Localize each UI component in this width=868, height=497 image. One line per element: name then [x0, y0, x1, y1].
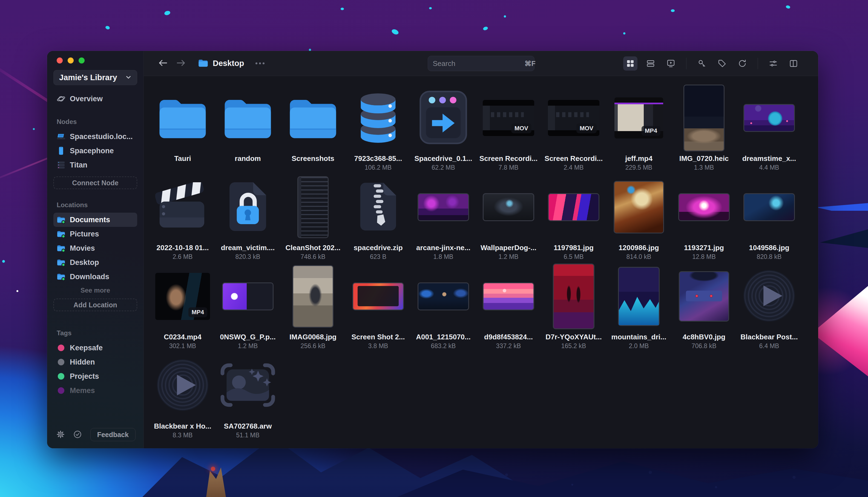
search-input[interactable] [433, 59, 524, 68]
file-item[interactable]: A001_1215070... 683.2 kB [414, 262, 472, 350]
file-item[interactable]: CleanShot 202... 748.6 kB [284, 173, 342, 260]
sidebar-item-overview[interactable]: Overview [53, 92, 137, 106]
forward-arrow-icon[interactable] [176, 59, 186, 68]
file-name: arcane-jinx-ne... [416, 244, 471, 252]
sidebar-tag-memes[interactable]: Memes [53, 383, 137, 398]
wallpaper-blue-streak [816, 203, 868, 211]
file-name: Blackbear x Ho... [154, 422, 211, 430]
sidebar-item-documents[interactable]: Documents [53, 213, 137, 227]
gear-icon[interactable] [56, 430, 65, 439]
file-item[interactable]: MOV Screen Recordi... 2.4 MB [545, 84, 603, 171]
file-item[interactable]: Tauri [154, 84, 212, 171]
wallpaper-navy-triangle [820, 229, 868, 251]
file-item[interactable]: Spacedrive_0.1... 62.2 MB [414, 84, 472, 171]
refresh-icon[interactable] [735, 56, 750, 71]
file-item[interactable]: Blackbear x Ho... 8.3 MB [154, 351, 212, 439]
file-name: Screen Shot 2... [351, 333, 405, 341]
file-item[interactable]: 1200986.jpg 814.0 kB [610, 173, 668, 260]
sidebar-panel-icon[interactable] [786, 56, 801, 71]
file-name: 7923c368-85... [354, 154, 402, 163]
media-view-icon[interactable] [664, 56, 678, 71]
file-size: 623 B [370, 253, 386, 260]
see-more-link[interactable]: See more [53, 284, 137, 294]
file-thumbnail [679, 271, 729, 322]
zoom-button[interactable] [79, 57, 85, 63]
file-size: 8.3 MB [173, 431, 193, 439]
sidebar-item-downloads[interactable]: Downloads [53, 270, 137, 284]
file-name: D7r-YQoXYAUt... [545, 333, 602, 341]
close-button[interactable] [57, 57, 63, 63]
file-item[interactable]: IMAG0068.jpg 256.6 kB [284, 262, 342, 350]
sidebar-tag-projects[interactable]: Projects [53, 369, 137, 383]
sidebar-item-label: Overview [70, 95, 103, 103]
file-size: 12.8 MB [692, 253, 716, 260]
ellipsis-icon[interactable] [255, 62, 265, 64]
back-arrow-icon[interactable] [158, 59, 168, 68]
tag-icon[interactable] [715, 56, 729, 71]
search-shortcut: ⌘F [524, 60, 536, 68]
spacedrive-window: Jamie's Library Overview Nodes Spacestud… [47, 51, 818, 448]
file-item[interactable]: SA702768.arw 51.1 MB [219, 351, 277, 439]
list-view-icon[interactable] [643, 56, 658, 71]
sidebar: Jamie's Library Overview Nodes Spacestud… [47, 51, 144, 448]
file-item[interactable]: 2022-10-18 01... 2.6 MB [154, 173, 212, 260]
file-item[interactable]: dreamstime_x... 4.4 MB [740, 84, 798, 171]
sidebar-tag-keepsafe[interactable]: Keepsafe [53, 341, 137, 355]
sidebar-item-label: Downloads [70, 273, 109, 281]
file-item[interactable]: D7r-YQoXYAUt... 165.2 kB [545, 262, 603, 350]
sidebar-item-label: Pictures [70, 230, 99, 238]
key-icon[interactable] [695, 56, 709, 71]
feedback-button[interactable]: Feedback [90, 428, 136, 441]
tag-label: Memes [70, 386, 95, 395]
file-item[interactable]: arcane-jinx-ne... 1.8 MB [414, 173, 472, 260]
file-size: 1.2 MB [499, 253, 519, 260]
file-name: A001_1215070... [416, 333, 471, 341]
file-item[interactable]: Screenshots [284, 84, 342, 171]
file-size: 820.8 kB [757, 253, 782, 260]
file-item[interactable]: MP4 jeff.mp4 229.5 MB [610, 84, 668, 171]
locations-section-title: Locations [57, 201, 137, 209]
file-item[interactable]: 7923c368-85... 106.2 MB [349, 84, 407, 171]
file-size: 337.2 kB [496, 342, 521, 350]
file-item[interactable]: 1049586.jpg 820.8 kB [740, 173, 798, 260]
file-item[interactable]: Blackbear Post... 6.4 MB [740, 262, 798, 350]
file-item[interactable]: MOV Screen Recordi... 7.8 MB [479, 84, 537, 171]
search-box[interactable]: ⌘F [428, 56, 534, 71]
add-location-button[interactable]: Add Location [53, 299, 137, 311]
file-item[interactable]: Screen Shot 2... 3.8 MB [349, 262, 407, 350]
file-item[interactable]: 4c8hBV0.jpg 706.8 kB [675, 262, 733, 350]
file-item[interactable]: mountains_dri... 2.0 MB [610, 262, 668, 350]
sidebar-tag-hidden[interactable]: Hidden [53, 355, 137, 369]
sidebar-node-server[interactable]: Titan [53, 158, 137, 172]
file-item[interactable]: 1193271.jpg 12.8 MB [675, 173, 733, 260]
file-item[interactable]: 0NSWQ_G_P.p... 1.2 MB [219, 262, 277, 350]
file-name: SA702768.arw [224, 422, 272, 430]
file-item[interactable]: 1197981.jpg 6.5 MB [545, 173, 603, 260]
library-switcher[interactable]: Jamie's Library [53, 70, 137, 85]
file-item[interactable]: WallpaperDog-... 1.2 MB [479, 173, 537, 260]
grid-view-icon[interactable] [623, 56, 638, 71]
check-circle-icon[interactable] [73, 430, 82, 439]
sidebar-item-desktop[interactable]: Desktop [53, 255, 137, 270]
sidebar-item-pictures[interactable]: Pictures [53, 227, 137, 241]
filters-icon[interactable] [766, 56, 780, 71]
sidebar-item-movies[interactable]: Movies [53, 241, 137, 255]
file-item[interactable]: IMG_0720.heic 1.3 MB [675, 84, 733, 171]
file-size: 2.6 MB [173, 253, 193, 260]
file-item[interactable]: d9d8f453824... 337.2 kB [479, 262, 537, 350]
file-name: 1200986.jpg [618, 244, 659, 252]
sidebar-node-phone[interactable]: Spacephone [53, 144, 137, 158]
file-item[interactable]: dream_victim.... 820.3 kB [219, 173, 277, 260]
connect-node-button[interactable]: Connect Node [53, 176, 137, 189]
file-thumbnail [157, 97, 208, 139]
minimize-button[interactable] [68, 57, 74, 63]
sidebar-item-label: Titan [70, 161, 87, 169]
library-name: Jamie's Library [59, 73, 117, 82]
file-name: Tauri [174, 154, 191, 163]
file-item[interactable]: spacedrive.zip 623 B [349, 173, 407, 260]
file-name: Screen Recordi... [479, 154, 537, 163]
file-item[interactable]: random [219, 84, 277, 171]
sidebar-node-laptop[interactable]: Spacestudio.loc... [53, 129, 137, 144]
file-item[interactable]: MP4 C0234.mp4 302.1 MB [154, 262, 212, 350]
file-name: 0NSWQ_G_P.p... [220, 333, 276, 341]
